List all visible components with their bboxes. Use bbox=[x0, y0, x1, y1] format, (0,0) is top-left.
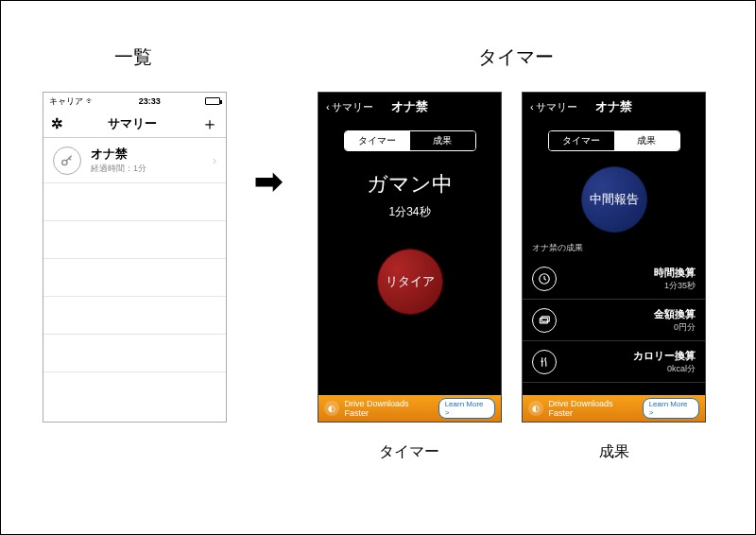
speedometer-icon: ◐ bbox=[324, 401, 339, 416]
phone-results: ‹サマリー オナ禁 タイマー 成果 中間報告 オナ禁の成果 時間換算 1分35秒 bbox=[522, 92, 706, 423]
result-row-time[interactable]: 時間換算 1分35秒 bbox=[523, 258, 705, 300]
chevron-left-icon: ‹ bbox=[530, 101, 534, 112]
retire-button[interactable]: リタイア bbox=[377, 249, 443, 315]
back-button[interactable]: ‹サマリー bbox=[530, 100, 577, 114]
list-item[interactable]: オナ禁 経過時間：1分 › bbox=[43, 138, 226, 183]
nav-title: オナ禁 bbox=[595, 98, 632, 115]
result-text: 時間換算 1分35秒 bbox=[654, 266, 696, 292]
result-value: 1分35秒 bbox=[654, 280, 696, 292]
wifi-icon: ᯤ bbox=[86, 96, 94, 106]
clock-icon bbox=[532, 267, 557, 291]
result-row-money[interactable]: 金額換算 0円分 bbox=[523, 300, 705, 341]
ad-banner[interactable]: ◐ Drive Downloads Faster Learn More > bbox=[318, 395, 501, 422]
result-title: 金額換算 bbox=[654, 307, 696, 321]
list-item bbox=[43, 335, 226, 372]
list-item-text: オナ禁 経過時間：1分 bbox=[91, 146, 213, 175]
segmented-control[interactable]: タイマー 成果 bbox=[344, 130, 476, 151]
result-text: 金額換算 0円分 bbox=[654, 307, 696, 334]
speedometer-icon: ◐ bbox=[528, 401, 543, 416]
nav-title: オナ禁 bbox=[391, 98, 428, 115]
key-icon bbox=[53, 147, 81, 175]
segmented-control[interactable]: タイマー 成果 bbox=[548, 130, 680, 151]
utensils-icon bbox=[532, 350, 557, 374]
phone-timer: ‹サマリー オナ禁 タイマー 成果 ガマン中 1分34秒 リタイア ◐ Driv… bbox=[318, 92, 502, 423]
report-label: 中間報告 bbox=[590, 191, 639, 208]
status-title: ガマン中 bbox=[318, 170, 501, 198]
result-title: カロリー換算 bbox=[633, 349, 696, 363]
nav-bar: ‹サマリー オナ禁 bbox=[318, 93, 501, 121]
carrier-label: キャリア ᯤ bbox=[49, 95, 94, 108]
canvas: 一覧 タイマー キャリア ᯤ 23:33 ✲ サマリー ＋ オナ禁 経過時間：1… bbox=[0, 0, 756, 535]
list: オナ禁 経過時間：1分 › bbox=[43, 138, 226, 422]
list-item bbox=[43, 183, 226, 221]
ad-cta-button[interactable]: Learn More > bbox=[643, 398, 699, 419]
list-item-sub: 経過時間：1分 bbox=[91, 163, 213, 175]
clock-label: 23:33 bbox=[139, 96, 161, 106]
list-item bbox=[43, 297, 226, 335]
gear-icon[interactable]: ✲ bbox=[51, 115, 63, 132]
result-row-calorie[interactable]: カロリー換算 0kcal分 bbox=[523, 341, 705, 383]
nav-bar: ✲ サマリー ＋ bbox=[43, 110, 226, 138]
sublabel-results: 成果 bbox=[599, 442, 629, 462]
sublabel-timer: タイマー bbox=[379, 442, 439, 462]
result-value: 0円分 bbox=[654, 321, 696, 334]
retire-label: リタイア bbox=[386, 273, 435, 290]
chevron-right-icon: › bbox=[213, 154, 216, 167]
result-title: 時間換算 bbox=[654, 266, 696, 280]
tab-results[interactable]: 成果 bbox=[614, 131, 679, 150]
money-icon bbox=[532, 308, 557, 333]
list-item bbox=[43, 221, 226, 259]
status-sub: 1分34秒 bbox=[318, 204, 501, 220]
arrow-icon: ➡ bbox=[254, 162, 283, 201]
report-button[interactable]: 中間報告 bbox=[581, 166, 647, 233]
phone-list: キャリア ᯤ 23:33 ✲ サマリー ＋ オナ禁 経過時間：1分 › bbox=[43, 92, 227, 423]
chevron-left-icon: ‹ bbox=[326, 101, 330, 112]
ad-text: Drive Downloads Faster bbox=[345, 399, 433, 418]
nav-title: サマリー bbox=[108, 115, 157, 132]
section-label: オナ禁の成果 bbox=[523, 233, 705, 258]
list-item bbox=[43, 259, 226, 297]
ad-cta-button[interactable]: Learn More > bbox=[438, 398, 495, 419]
add-button[interactable]: ＋ bbox=[201, 112, 218, 135]
heading-timer: タイマー bbox=[478, 44, 554, 70]
list-item-title: オナ禁 bbox=[91, 146, 213, 163]
timer-status: ガマン中 1分34秒 bbox=[318, 170, 501, 220]
result-text: カロリー換算 0kcal分 bbox=[633, 349, 696, 375]
back-button[interactable]: ‹サマリー bbox=[326, 100, 373, 114]
heading-list: 一覧 bbox=[114, 44, 152, 70]
tab-results[interactable]: 成果 bbox=[410, 131, 475, 150]
ad-banner[interactable]: ◐ Drive Downloads Faster Learn More > bbox=[523, 395, 705, 422]
status-bar: キャリア ᯤ 23:33 bbox=[43, 93, 226, 110]
result-value: 0kcal分 bbox=[633, 363, 696, 375]
nav-bar: ‹サマリー オナ禁 bbox=[523, 93, 705, 121]
ad-text: Drive Downloads Faster bbox=[549, 399, 637, 418]
battery-icon bbox=[205, 97, 220, 105]
tab-timer[interactable]: タイマー bbox=[345, 131, 410, 150]
tab-timer[interactable]: タイマー bbox=[549, 131, 614, 150]
